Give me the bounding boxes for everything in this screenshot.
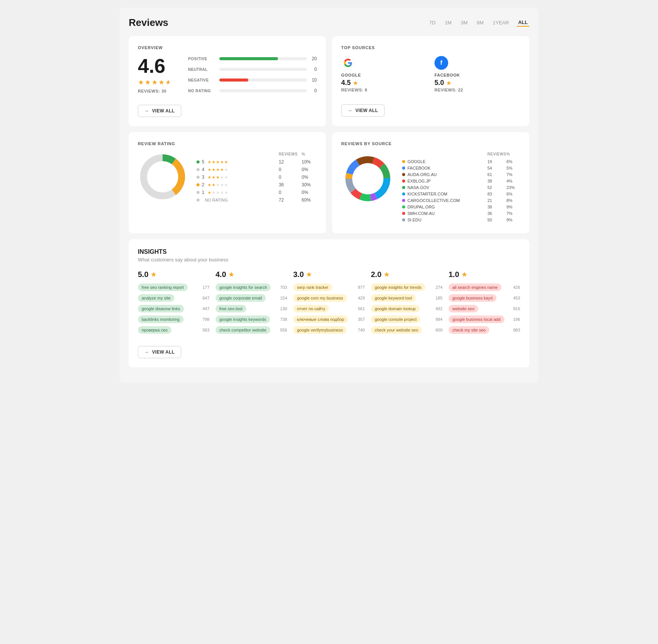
insight-tag[interactable]: google insights keywords: [216, 316, 270, 323]
rating-stars-cell: NO RATING: [196, 198, 279, 202]
source-name-cell: CARGOCOLLECTIVE.COM: [402, 198, 487, 203]
insights-cols: 5.0 ★ free seo ranking report 177 analyz…: [138, 270, 520, 337]
insight-tag-row: check my site seo 883: [449, 326, 520, 334]
time-filter-3m[interactable]: 3M: [459, 19, 469, 26]
insight-tag[interactable]: google keyword tool: [371, 294, 416, 302]
insight-star: ★: [462, 271, 467, 278]
source-name-cell: SMH.COM.AU: [402, 211, 487, 216]
source-count: 50: [487, 218, 506, 222]
review-rating-title: REVIEW RATING: [138, 141, 317, 146]
rating-pct: 60%: [302, 197, 317, 203]
source-count: 52: [487, 185, 506, 190]
insight-tag-row: check your website seo 600: [371, 326, 442, 334]
page-header: Reviews 7D1M3M6M1YEARALL: [129, 17, 529, 29]
source-dot: [402, 212, 405, 215]
mini-star: ★: [224, 160, 228, 165]
insight-tag[interactable]: check my site seo: [449, 326, 489, 334]
insight-count: 877: [358, 285, 365, 290]
time-filter-all[interactable]: ALL: [517, 19, 529, 27]
rating-row: 1 ★★★★★ 0 0%: [196, 190, 317, 195]
bar-row-positive: POSITIVE 20: [188, 56, 317, 61]
source-dot: [402, 205, 405, 208]
star-1: ★: [138, 78, 144, 87]
rating-num-label: 5: [202, 159, 204, 165]
insight-tag-row: google domain lookup 492: [371, 305, 442, 312]
insight-rating-header: 5.0 ★: [138, 270, 209, 279]
insight-tag[interactable]: serp rank tracker: [293, 284, 332, 291]
source-pct: 9%: [506, 205, 520, 209]
rating-row: 4 ★★★★★ 0 0%: [196, 167, 317, 172]
insight-tag[interactable]: free seo tool: [216, 305, 246, 312]
insight-tag[interactable]: website seo: [449, 305, 478, 312]
insight-tag[interactable]: all search engines name: [449, 284, 501, 291]
bar-track: [219, 68, 307, 71]
mini-star: ★: [208, 167, 211, 172]
time-filter-6m[interactable]: 6M: [475, 19, 485, 26]
source-table-header: REVIEWS %: [402, 152, 520, 156]
col-label-stars: [196, 152, 279, 156]
insight-tag[interactable]: google com my business: [293, 294, 347, 302]
time-filter-1year[interactable]: 1YEAR: [491, 19, 511, 26]
source-name-cell: FACEBOOK: [402, 166, 487, 170]
source-row-name: NASA.GOV: [407, 185, 429, 190]
insight-tag[interactable]: google insights for search: [216, 284, 271, 291]
insight-tag[interactable]: backlinks monitoring: [138, 316, 184, 323]
mini-star: ★: [216, 190, 220, 195]
source-count: 54: [487, 166, 506, 170]
insight-tag[interactable]: отчет по сайту: [293, 305, 329, 312]
mini-star: ★: [224, 167, 228, 172]
source-count: 38: [487, 205, 506, 209]
insight-tag[interactable]: google corporate email: [216, 294, 266, 302]
insight-tag-row: free seo tool 130: [216, 305, 287, 312]
source-donut: [341, 152, 394, 205]
main-container: Reviews 7D1M3M6M1YEARALL OVERVIEW 4.6 ★ …: [120, 8, 538, 383]
mini-star: ★: [212, 183, 216, 187]
time-filter-7d[interactable]: 7D: [428, 19, 437, 26]
insight-tag[interactable]: проверка сео: [138, 326, 171, 334]
insight-tag-row: all search engines name 426: [449, 284, 520, 291]
insight-tag[interactable]: check competitor website: [216, 326, 270, 334]
mini-star: ★: [212, 190, 216, 195]
insight-tag[interactable]: google insights for trends: [371, 284, 425, 291]
arrow-right-icon-3: →: [144, 349, 149, 355]
source-row-name: SMH.COM.AU: [407, 211, 435, 216]
overview-view-all-button[interactable]: → VIEW ALL: [138, 105, 181, 117]
insight-tag[interactable]: google console project: [371, 316, 420, 323]
insight-tag-row: google com my business 429: [293, 294, 365, 302]
source-row: KICKSTARTER.COM 83 6%: [402, 192, 520, 196]
insight-col: 2.0 ★ google insights for trends 274 goo…: [371, 270, 442, 337]
insight-tag[interactable]: free seo ranking report: [138, 284, 188, 291]
insight-tag[interactable]: google business local add: [449, 316, 505, 323]
insight-tag[interactable]: google business kayıt: [449, 294, 497, 302]
insight-count: 798: [203, 317, 209, 322]
insight-tag-row: google corporate email 154: [216, 294, 287, 302]
insight-tag-row: google insights for search 703: [216, 284, 287, 291]
rating-table: REVIEWS % 5 ★★★★★ 12 10% 4 ★★★★★ 0 0% 3 …: [196, 152, 317, 205]
mini-star: ★: [208, 160, 211, 165]
sources-view-all-button[interactable]: → VIEW ALL: [341, 104, 385, 117]
insight-col: 3.0 ★ serp rank tracker 877 google com m…: [293, 270, 365, 337]
source-pct: 5%: [506, 166, 520, 170]
insight-tag-row: google business kayıt 453: [449, 294, 520, 302]
insight-tag-row: google verifymybusiness 740: [293, 326, 365, 334]
insight-tag[interactable]: google domain lookup: [371, 305, 420, 312]
bar-fill: [219, 78, 248, 82]
insight-tag[interactable]: google verifymybusiness: [293, 326, 347, 334]
rating-pct: 10%: [302, 159, 317, 165]
time-filter-1m[interactable]: 1M: [443, 19, 453, 26]
insight-tag[interactable]: analyze my site: [138, 294, 174, 302]
source-name-cell: EXBLOG.JP: [402, 179, 487, 183]
source-item-google: GOOGLE 4.5 ★ REVIEWS: 8: [341, 56, 427, 92]
insight-count: 556: [280, 328, 287, 332]
source-name-cell: AUDA.ORG.AU: [402, 172, 487, 177]
mini-star: ★: [212, 175, 216, 180]
insight-tag[interactable]: google disavow links: [138, 305, 184, 312]
insights-view-all-button[interactable]: → VIEW ALL: [138, 346, 181, 358]
insight-tag[interactable]: ключевые слова подбор: [293, 316, 348, 323]
insight-tag[interactable]: check your website seo: [371, 326, 422, 334]
rating-reviews-count: 72: [279, 197, 302, 203]
insight-tag-row: google disavow links 447: [138, 305, 209, 312]
rating-donut: [138, 152, 187, 202]
insight-count: 492: [436, 306, 442, 311]
insight-rating-header: 2.0 ★: [371, 270, 442, 279]
